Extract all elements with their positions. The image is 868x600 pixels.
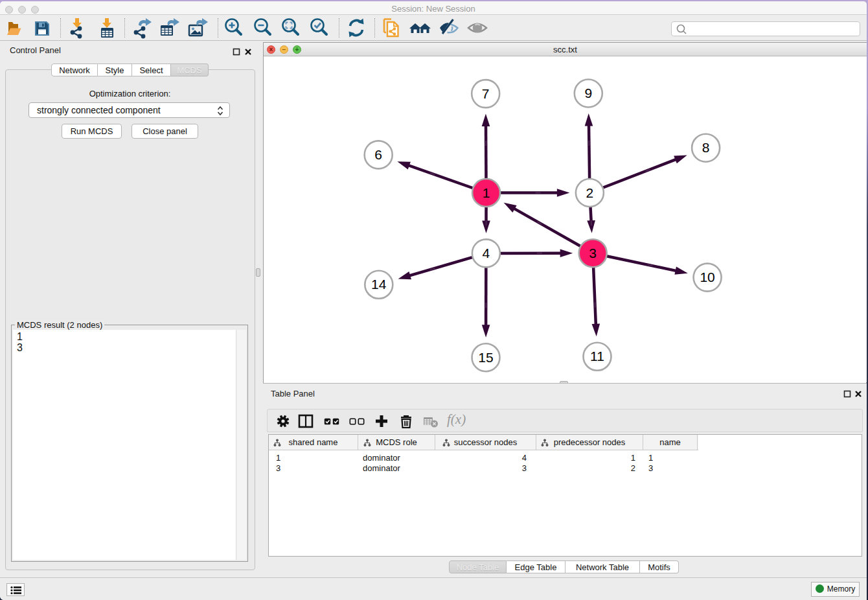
svg-text:6: 6 xyxy=(374,147,382,162)
svg-text:9: 9 xyxy=(584,86,592,100)
svg-text:3: 3 xyxy=(589,246,597,260)
svg-text:2: 2 xyxy=(586,185,594,200)
svg-text:7: 7 xyxy=(482,86,490,101)
svg-text:4: 4 xyxy=(483,246,490,260)
svg-text:11: 11 xyxy=(590,349,604,363)
svg-text:1: 1 xyxy=(483,185,490,200)
svg-text:15: 15 xyxy=(478,350,493,365)
svg-text:10: 10 xyxy=(700,270,714,284)
svg-text:14: 14 xyxy=(371,277,387,292)
svg-text:8: 8 xyxy=(702,140,710,155)
